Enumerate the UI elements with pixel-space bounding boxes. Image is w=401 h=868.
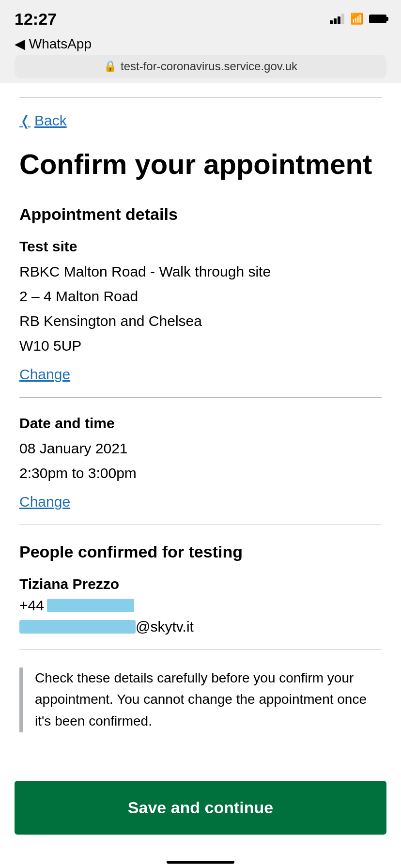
status-time: 12:27 <box>15 10 57 29</box>
status-icons: 📶 <box>330 13 386 25</box>
status-bar: 12:27 📶 <box>0 0 401 34</box>
appointment-details-heading: Appointment details <box>19 205 382 224</box>
warning-text: Check these details carefully before you… <box>35 667 382 732</box>
home-indicator <box>0 854 401 868</box>
save-button-container: Save and continue <box>0 771 401 854</box>
warning-bar <box>19 667 23 732</box>
wifi-icon: 📶 <box>350 13 363 25</box>
date-time-label: Date and time <box>19 415 382 432</box>
time-value: 2:30pm to 3:00pm <box>19 462 382 484</box>
section-divider-2 <box>19 525 382 525</box>
back-chevron-icon: ❬ <box>19 113 31 129</box>
person-name: Tiziana Prezzo <box>19 576 382 592</box>
change-site-link[interactable]: Change <box>19 366 70 383</box>
back-label: Back <box>34 112 67 129</box>
page-title: Confirm your appointment <box>19 148 382 181</box>
email-field: @skytv.it <box>19 619 382 635</box>
email-redacted-bar <box>19 620 136 634</box>
back-link[interactable]: ❬ Back <box>19 112 382 129</box>
people-confirmed-heading: People confirmed for testing <box>19 542 382 561</box>
save-and-continue-button[interactable]: Save and continue <box>15 781 386 835</box>
nav-bar: ◀ WhatsApp 🔒 test-for-coronavirus.servic… <box>0 34 401 83</box>
test-site-line1: RBKC Malton Road - Walk through site <box>19 261 382 282</box>
phone-redacted-bar <box>47 599 134 612</box>
lock-icon: 🔒 <box>104 60 117 73</box>
section-divider-3 <box>19 650 382 650</box>
signal-icon <box>330 14 344 24</box>
url-bar: 🔒 test-for-coronavirus.service.gov.uk <box>15 55 386 78</box>
test-site-line2: 2 – 4 Malton Road <box>19 285 382 307</box>
battery-icon <box>369 15 386 23</box>
test-site-line4: W10 5UP <box>19 335 382 356</box>
phone-field: +44 <box>19 597 382 614</box>
test-site-line3: RB Kensington and Chelsea <box>19 310 382 332</box>
section-divider-1 <box>19 397 382 398</box>
change-datetime-link[interactable]: Change <box>19 494 70 510</box>
warning-box: Check these details carefully before you… <box>19 667 382 732</box>
date-value: 08 January 2021 <box>19 437 382 459</box>
url-text: test-for-coronavirus.service.gov.uk <box>121 60 297 73</box>
top-divider <box>19 97 382 98</box>
main-content: ❬ Back Confirm your appointment Appointm… <box>0 83 401 771</box>
email-suffix: @skytv.it <box>136 619 194 635</box>
test-site-label: Test site <box>19 238 382 255</box>
whatsapp-back-link[interactable]: ◀ WhatsApp <box>15 36 386 52</box>
phone-prefix: +44 <box>19 597 44 614</box>
home-bar <box>167 861 234 864</box>
